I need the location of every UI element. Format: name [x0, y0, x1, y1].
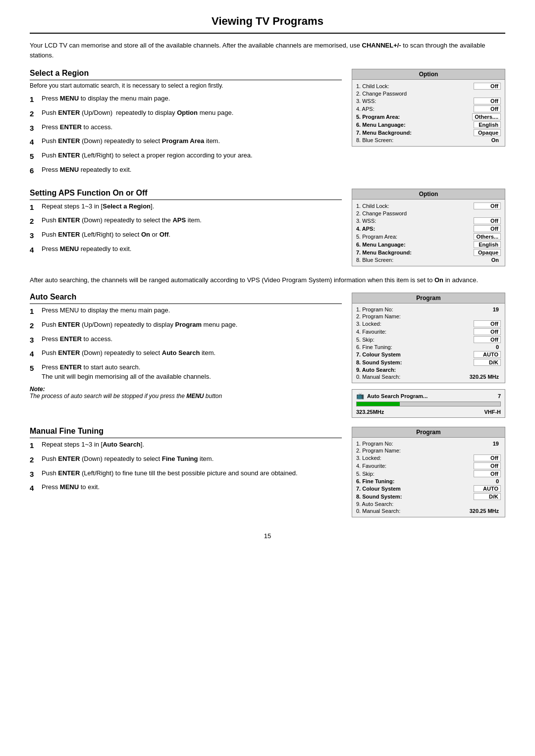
ui-row: 4. Favourite: Off — [356, 462, 501, 470]
auto-search-freq: 323.25MHz — [356, 409, 384, 415]
intro-bold: CHANNEL+/- — [362, 42, 401, 49]
auto-search-program-label: Auto Search Program... — [367, 393, 428, 399]
manual-fine-tuning-section: Manual Fine Tuning 1 Repeat steps 1~3 in… — [30, 427, 505, 517]
setting-aps-steps: 1 Repeat steps 1~3 in [Select a Region].… — [30, 202, 342, 255]
note-text: The process of auto search will be stopp… — [30, 393, 222, 400]
ui-row-program-area: 5. Program Area: Others.... — [356, 113, 501, 121]
mft-step-2: 2 Push ENTER (Down) repeatedly to select… — [30, 454, 342, 465]
auto-search-program-box: 📺 Auto Search Program... 7 323.25MHz VHF… — [352, 389, 505, 418]
program-box-1: Program 1. Program No: 19 2. Program Nam… — [352, 293, 505, 383]
program-box-2: Program 1. Program No: 19 2. Program Nam… — [352, 427, 505, 517]
auto-search-section: Auto Search 1 Press MENU to display the … — [30, 293, 505, 418]
after-aps-text1: After auto searching, the channels will … — [30, 276, 434, 284]
intro-paragraph: Your LCD TV can memorise and store all o… — [30, 41, 505, 60]
option-box-2-title: Option — [352, 189, 505, 200]
after-aps-text: After auto searching, the channels will … — [30, 275, 505, 285]
auto-search-program-footer: 323.25MHz VHF-H — [356, 409, 501, 415]
select-region-title: Select a Region — [30, 69, 342, 80]
step-6: 6 Press MENU repeatedly to exit. — [30, 165, 342, 176]
ui-row: 0. Manual Search: 320.25 MHz — [356, 373, 501, 380]
step-4: 4 Push ENTER (Down) repeatedly to select… — [30, 137, 342, 148]
note-block: Note: The process of auto search will be… — [30, 386, 342, 400]
aps-step-3: 3 Push ENTER (Left/Right) to select On o… — [30, 230, 342, 241]
setting-aps-ui: Option 1. Child Lock: Off 2. Change Pass… — [352, 189, 505, 266]
setting-aps-left: Setting APS Function On or Off 1 Repeat … — [30, 189, 342, 266]
ui-row: 2. Change Password — [356, 210, 501, 217]
note-label: Note: — [30, 386, 45, 393]
auto-search-band: VHF-H — [484, 409, 501, 415]
ui-row-menu-bg: 7. Menu Background: Opaque — [356, 129, 501, 137]
option-box-2: Option 1. Child Lock: Off 2. Change Pass… — [352, 189, 505, 266]
option-box-1-title: Option — [352, 69, 505, 80]
ui-row: 3. WSS: Off — [356, 97, 501, 105]
option-box-1-body: 1. Child Lock: Off 2. Change Password 3.… — [352, 80, 505, 146]
ui-row: 2. Program Name: — [356, 447, 501, 454]
select-region-subtitle: Before you start automatic search, it is… — [30, 82, 342, 89]
tv-icon: 📺 — [356, 392, 364, 400]
ui-row: 2. Program Name: — [356, 313, 501, 320]
step-5: 5 Push ENTER (Left/Right) to select a pr… — [30, 151, 342, 162]
ui-row: 8. Blue Screen: On — [356, 137, 501, 144]
as-step-1: 1 Press MENU to display the menu main pa… — [30, 306, 342, 317]
ui-row-auto-search: 9. Auto Search: — [356, 366, 501, 373]
ui-row: 9. Auto Search: — [356, 501, 501, 507]
program-box-2-title: Program — [352, 427, 505, 438]
auto-search-program-header: 📺 Auto Search Program... 7 — [356, 392, 501, 400]
ui-row: 6. Fine Tuning: 0 — [356, 344, 501, 351]
aps-step-2: 2 Push ENTER (Down) repeatedly to select… — [30, 216, 342, 227]
ui-row: 3. Locked: Off — [356, 320, 501, 328]
ui-row: 1. Program No: 19 — [356, 306, 501, 313]
auto-search-right: Program 1. Program No: 19 2. Program Nam… — [352, 293, 505, 418]
ui-row: 3. Locked: Off — [356, 454, 501, 462]
program-box-1-body: 1. Program No: 19 2. Program Name: 3. Lo… — [352, 303, 505, 383]
ui-row: 8. Sound System: D/K — [356, 358, 501, 366]
option-box-1: Option 1. Child Lock: Off 2. Change Pass… — [352, 69, 505, 147]
after-aps-text2: in advance. — [443, 276, 478, 284]
ui-row: 5. Skip: Off — [356, 470, 501, 478]
ui-row: 8. Blue Screen: On — [356, 256, 501, 263]
select-region-section: Select a Region Before you start automat… — [30, 69, 505, 180]
after-aps-bold: On — [434, 276, 443, 284]
page-title: Viewing TV Programs — [30, 15, 505, 28]
manual-fine-tuning-title: Manual Fine Tuning — [30, 427, 342, 438]
as-step-2: 2 Push ENTER (Up/Down) repeatedly to dis… — [30, 320, 342, 331]
ui-row: 7. Colour System AUTO — [356, 485, 501, 493]
mft-step-1: 1 Repeat steps 1~3 in [Auto Search]. — [30, 440, 342, 451]
as-step-5: 5 Press ENTER to start auto search.The u… — [30, 363, 342, 382]
auto-search-program-number: 7 — [498, 393, 501, 399]
setting-aps-section: Setting APS Function On or Off 1 Repeat … — [30, 189, 505, 266]
as-step-4: 4 Push ENTER (Down) repeatedly to select… — [30, 349, 342, 359]
select-region-steps: 1 Press MENU to display the menu main pa… — [30, 94, 342, 176]
ui-row: 7. Colour System AUTO — [356, 351, 501, 358]
manual-fine-tuning-left: Manual Fine Tuning 1 Repeat steps 1~3 in… — [30, 427, 342, 517]
setting-aps-title: Setting APS Function On or Off — [30, 189, 342, 200]
ui-row-language: 6. Menu Language: English — [356, 241, 501, 249]
step-1: 1 Press MENU to display the menu main pa… — [30, 94, 342, 105]
ui-row: 2. Change Password — [356, 90, 501, 97]
ui-row-aps: 4. APS: Off — [356, 225, 501, 233]
mft-step-4: 4 Press MENU to exit. — [30, 483, 342, 494]
progress-bar-outer — [356, 402, 501, 406]
ui-row-fine-tuning: 6. Fine Tuning: 0 — [356, 478, 501, 485]
ui-row: 1. Child Lock: Off — [356, 82, 501, 90]
select-region-left: Select a Region Before you start automat… — [30, 69, 342, 180]
page-number: 15 — [30, 532, 505, 540]
step-3: 3 Press ENTER to access. — [30, 123, 342, 134]
ui-row: 5. Program Area: Others... — [356, 233, 501, 241]
option-box-2-body: 1. Child Lock: Off 2. Change Password 3.… — [352, 200, 505, 266]
program-box-1-title: Program — [352, 293, 505, 303]
ui-row: 0. Manual Search: 320.25 MHz — [356, 507, 501, 514]
ui-row-menu-language: 6. Menu Language: English — [356, 121, 501, 129]
auto-search-steps: 1 Press MENU to display the menu main pa… — [30, 306, 342, 382]
mft-step-3: 3 Push ENTER (Left/Right) to fine tune t… — [30, 469, 342, 480]
ui-row: 8. Sound System: D/K — [356, 493, 501, 501]
ui-row: 4. APS: Off — [356, 105, 501, 113]
auto-search-title: Auto Search — [30, 293, 342, 304]
ui-row: 5. Skip: Off — [356, 336, 501, 344]
intro-text-1: Your LCD TV can memorise and store all o… — [30, 42, 362, 49]
auto-search-left: Auto Search 1 Press MENU to display the … — [30, 293, 342, 418]
ui-row-bg: 7. Menu Background: Opaque — [356, 249, 501, 256]
select-region-ui: Option 1. Child Lock: Off 2. Change Pass… — [352, 69, 505, 180]
manual-fine-tuning-steps: 1 Repeat steps 1~3 in [Auto Search]. 2 P… — [30, 440, 342, 494]
ui-row: 3. WSS: Off — [356, 217, 501, 225]
